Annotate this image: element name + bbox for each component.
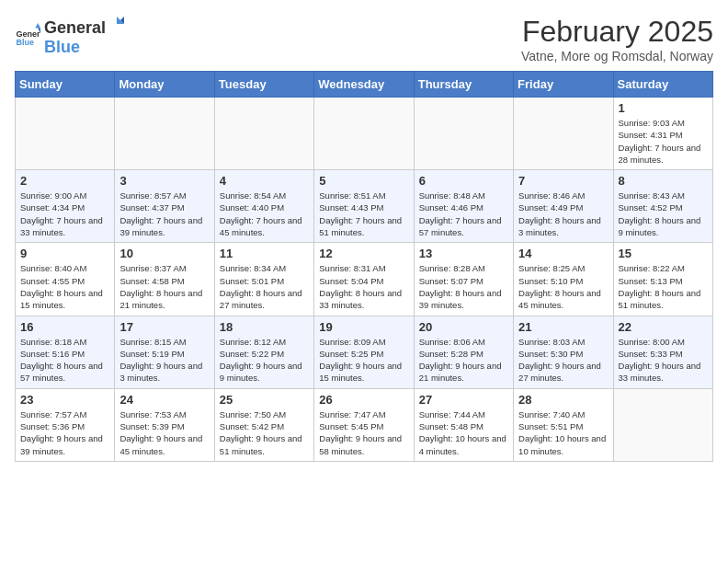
day-number: 19 xyxy=(319,320,408,334)
day-info: Sunrise: 7:50 AM Sunset: 5:42 PM Dayligh… xyxy=(220,408,309,457)
calendar-day-cell: 25Sunrise: 7:50 AM Sunset: 5:42 PM Dayli… xyxy=(214,388,313,461)
calendar-day-cell: 17Sunrise: 8:15 AM Sunset: 5:19 PM Dayli… xyxy=(115,316,214,388)
calendar-day-cell: 26Sunrise: 7:47 AM Sunset: 5:45 PM Dayli… xyxy=(314,388,414,461)
day-info: Sunrise: 8:09 AM Sunset: 5:25 PM Dayligh… xyxy=(319,336,408,385)
day-number: 26 xyxy=(319,393,408,407)
calendar-day-cell: 20Sunrise: 8:06 AM Sunset: 5:28 PM Dayli… xyxy=(414,316,513,388)
day-number: 1 xyxy=(619,101,708,115)
day-info: Sunrise: 8:34 AM Sunset: 5:01 PM Dayligh… xyxy=(220,262,309,311)
calendar-day-cell: 11Sunrise: 8:34 AM Sunset: 5:01 PM Dayli… xyxy=(214,243,313,316)
calendar-day-cell: 21Sunrise: 8:03 AM Sunset: 5:30 PM Dayli… xyxy=(514,316,613,388)
calendar-day-cell: 4Sunrise: 8:54 AM Sunset: 4:40 PM Daylig… xyxy=(214,170,313,243)
day-number: 17 xyxy=(119,320,209,334)
calendar-day-cell: 5Sunrise: 8:51 AM Sunset: 4:43 PM Daylig… xyxy=(314,170,414,243)
day-info: Sunrise: 7:57 AM Sunset: 5:36 PM Dayligh… xyxy=(20,408,109,457)
title-area: February 2025 Vatne, More og Romsdal, No… xyxy=(521,15,713,63)
day-info: Sunrise: 8:40 AM Sunset: 4:55 PM Dayligh… xyxy=(20,262,109,311)
day-of-week-header: Saturday xyxy=(613,72,712,98)
calendar-day-cell: 27Sunrise: 7:44 AM Sunset: 5:48 PM Dayli… xyxy=(414,388,513,461)
logo-blue-text: Blue xyxy=(44,38,80,56)
day-number: 10 xyxy=(119,247,209,260)
day-info: Sunrise: 8:06 AM Sunset: 5:28 PM Dayligh… xyxy=(419,336,508,385)
day-info: Sunrise: 8:57 AM Sunset: 4:37 PM Dayligh… xyxy=(119,190,209,238)
day-number: 8 xyxy=(619,174,708,188)
logo-general-text: General xyxy=(44,18,106,38)
calendar-day-cell xyxy=(613,388,712,461)
calendar-day-cell xyxy=(115,98,214,170)
day-info: Sunrise: 8:25 AM Sunset: 5:10 PM Dayligh… xyxy=(518,262,608,311)
day-info: Sunrise: 8:18 AM Sunset: 5:16 PM Dayligh… xyxy=(20,336,109,385)
logo-icon: General Blue xyxy=(15,23,40,49)
day-number: 22 xyxy=(619,320,708,334)
day-number: 9 xyxy=(20,247,109,260)
calendar-week-row: 2Sunrise: 9:00 AM Sunset: 4:34 PM Daylig… xyxy=(16,170,713,243)
calendar-day-cell: 3Sunrise: 8:57 AM Sunset: 4:37 PM Daylig… xyxy=(115,170,214,243)
logo: General Blue General Blue xyxy=(15,15,126,57)
day-number: 28 xyxy=(518,393,608,407)
calendar-day-cell xyxy=(16,98,115,170)
day-number: 6 xyxy=(419,174,508,188)
calendar-day-cell: 19Sunrise: 8:09 AM Sunset: 5:25 PM Dayli… xyxy=(314,316,414,388)
day-number: 12 xyxy=(319,247,408,260)
calendar-day-cell: 6Sunrise: 8:48 AM Sunset: 4:46 PM Daylig… xyxy=(414,170,513,243)
svg-marker-2 xyxy=(35,23,40,29)
day-info: Sunrise: 7:47 AM Sunset: 5:45 PM Dayligh… xyxy=(319,408,408,457)
day-info: Sunrise: 8:15 AM Sunset: 5:19 PM Dayligh… xyxy=(119,336,209,385)
location-subtitle: Vatne, More og Romsdal, Norway xyxy=(521,49,713,63)
calendar-day-cell: 10Sunrise: 8:37 AM Sunset: 4:58 PM Dayli… xyxy=(115,243,214,316)
day-of-week-header: Wednesday xyxy=(314,72,414,98)
day-number: 3 xyxy=(119,174,209,188)
day-info: Sunrise: 8:03 AM Sunset: 5:30 PM Dayligh… xyxy=(518,336,608,385)
calendar-day-cell xyxy=(414,98,513,170)
day-info: Sunrise: 8:00 AM Sunset: 5:33 PM Dayligh… xyxy=(619,336,708,385)
calendar-day-cell: 13Sunrise: 8:28 AM Sunset: 5:07 PM Dayli… xyxy=(414,243,513,316)
calendar-day-cell: 7Sunrise: 8:46 AM Sunset: 4:49 PM Daylig… xyxy=(514,170,613,243)
day-info: Sunrise: 7:53 AM Sunset: 5:39 PM Dayligh… xyxy=(119,408,209,457)
day-info: Sunrise: 8:37 AM Sunset: 4:58 PM Dayligh… xyxy=(119,262,209,311)
day-info: Sunrise: 8:46 AM Sunset: 4:49 PM Dayligh… xyxy=(518,190,608,238)
day-number: 27 xyxy=(419,393,508,407)
day-info: Sunrise: 8:54 AM Sunset: 4:40 PM Dayligh… xyxy=(220,190,309,238)
day-info: Sunrise: 8:43 AM Sunset: 4:52 PM Dayligh… xyxy=(619,190,708,238)
day-number: 13 xyxy=(419,247,508,260)
day-of-week-header: Sunday xyxy=(16,72,115,98)
day-of-week-header: Friday xyxy=(514,72,613,98)
calendar-day-cell: 22Sunrise: 8:00 AM Sunset: 5:33 PM Dayli… xyxy=(613,316,712,388)
day-number: 4 xyxy=(220,174,309,188)
day-info: Sunrise: 7:40 AM Sunset: 5:51 PM Dayligh… xyxy=(518,408,608,457)
calendar-day-cell: 12Sunrise: 8:31 AM Sunset: 5:04 PM Dayli… xyxy=(314,243,414,316)
day-info: Sunrise: 7:44 AM Sunset: 5:48 PM Dayligh… xyxy=(419,408,508,457)
calendar-day-cell xyxy=(214,98,313,170)
day-number: 14 xyxy=(518,247,608,260)
day-info: Sunrise: 8:28 AM Sunset: 5:07 PM Dayligh… xyxy=(419,262,508,311)
day-info: Sunrise: 8:12 AM Sunset: 5:22 PM Dayligh… xyxy=(220,336,309,385)
calendar-day-cell: 23Sunrise: 7:57 AM Sunset: 5:36 PM Dayli… xyxy=(16,388,115,461)
month-title: February 2025 xyxy=(521,15,713,49)
calendar-week-row: 1Sunrise: 9:03 AM Sunset: 4:31 PM Daylig… xyxy=(16,98,713,170)
day-info: Sunrise: 9:00 AM Sunset: 4:34 PM Dayligh… xyxy=(20,190,109,238)
calendar-day-cell: 18Sunrise: 8:12 AM Sunset: 5:22 PM Dayli… xyxy=(214,316,313,388)
day-number: 18 xyxy=(220,320,309,334)
logo-arrow-icon xyxy=(108,15,126,33)
day-number: 15 xyxy=(619,247,708,260)
calendar-day-cell: 16Sunrise: 8:18 AM Sunset: 5:16 PM Dayli… xyxy=(16,316,115,388)
day-number: 16 xyxy=(20,320,109,334)
calendar-week-row: 16Sunrise: 8:18 AM Sunset: 5:16 PM Dayli… xyxy=(16,316,713,388)
day-of-week-header: Monday xyxy=(115,72,214,98)
calendar-header-row: SundayMondayTuesdayWednesdayThursdayFrid… xyxy=(16,72,713,98)
calendar-day-cell: 14Sunrise: 8:25 AM Sunset: 5:10 PM Dayli… xyxy=(514,243,613,316)
day-number: 2 xyxy=(20,174,109,188)
calendar-day-cell: 28Sunrise: 7:40 AM Sunset: 5:51 PM Dayli… xyxy=(514,388,613,461)
calendar-day-cell: 2Sunrise: 9:00 AM Sunset: 4:34 PM Daylig… xyxy=(16,170,115,243)
calendar-day-cell: 8Sunrise: 8:43 AM Sunset: 4:52 PM Daylig… xyxy=(613,170,712,243)
calendar-day-cell: 1Sunrise: 9:03 AM Sunset: 4:31 PM Daylig… xyxy=(613,98,712,170)
header: General Blue General Blue February 2025 … xyxy=(15,15,713,63)
day-number: 11 xyxy=(220,247,309,260)
day-of-week-header: Tuesday xyxy=(214,72,313,98)
calendar-day-cell: 15Sunrise: 8:22 AM Sunset: 5:13 PM Dayli… xyxy=(613,243,712,316)
svg-text:Blue: Blue xyxy=(16,38,34,47)
calendar-week-row: 23Sunrise: 7:57 AM Sunset: 5:36 PM Dayli… xyxy=(16,388,713,461)
day-number: 24 xyxy=(119,393,209,407)
day-info: Sunrise: 8:22 AM Sunset: 5:13 PM Dayligh… xyxy=(619,262,708,311)
day-info: Sunrise: 8:31 AM Sunset: 5:04 PM Dayligh… xyxy=(319,262,408,311)
